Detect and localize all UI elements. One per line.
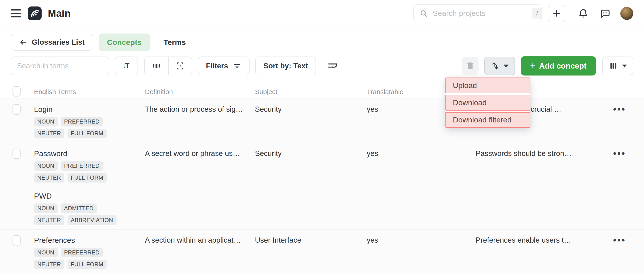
filters-button[interactable]: Filters: [198, 56, 250, 75]
term-badge: NEUTER: [34, 129, 64, 138]
project-search-input[interactable]: [433, 9, 532, 18]
subject-cell: User Interface: [255, 235, 367, 245]
hamburger-menu-icon[interactable]: [11, 9, 21, 17]
definition-cell: The action or process of sig…: [145, 104, 255, 114]
columns-settings-button[interactable]: [602, 56, 633, 75]
create-new-button[interactable]: [548, 5, 565, 22]
term-badge: NOUN: [34, 161, 58, 171]
table-row[interactable]: Preferences NOUNPREFERREDNEUTERFULL FORM…: [0, 230, 644, 274]
menu-item-download[interactable]: Download: [446, 95, 530, 111]
concepts-table-body: Login NOUNPREFERREDNEUTERFULL FORM The a…: [0, 99, 644, 274]
term-badge: NOUN: [34, 248, 58, 257]
definition-cell: A section within an applicat…: [145, 235, 255, 245]
import-export-button[interactable]: [484, 57, 515, 75]
chat-bubble-icon: [599, 8, 610, 19]
delete-selected-button[interactable]: [462, 57, 478, 75]
concepts-toolbar: tT: [0, 56, 644, 75]
chevron-down-icon: [504, 64, 508, 67]
term-text: Password: [34, 149, 145, 158]
definition-cell: A secret word or phrase us…: [145, 149, 255, 158]
term-group: Login NOUNPREFERREDNEUTERFULL FORM: [34, 104, 145, 138]
term-badge: ADMITTED: [61, 204, 97, 213]
whole-word-icon: [152, 61, 162, 71]
plus-icon: +: [530, 61, 536, 71]
match-case-button[interactable]: tT: [115, 56, 138, 75]
bell-icon: [578, 8, 588, 19]
translatable-cell: yes: [367, 235, 476, 245]
add-concept-label: Add concept: [539, 61, 586, 70]
exact-match-icon: [175, 61, 185, 71]
top-bar: Main /: [0, 0, 644, 27]
tab-concepts[interactable]: Concepts: [99, 33, 150, 51]
subject-cell: Security: [255, 104, 367, 114]
table-row[interactable]: Password NOUNPREFERREDNEUTERFULL FORM PW…: [0, 143, 644, 230]
export-menu: Upload Download Download filtered: [446, 77, 530, 128]
term-group: Password NOUNPREFERREDNEUTERFULL FORM: [34, 149, 145, 183]
user-avatar[interactable]: [620, 7, 633, 20]
term-badge: FULL FORM: [68, 173, 107, 183]
row-checkbox[interactable]: [12, 104, 20, 115]
back-button-label: Glossaries List: [32, 38, 85, 46]
term-text: Preferences: [34, 235, 145, 245]
row-actions-button[interactable]: •••: [604, 235, 644, 245]
term-group: Preferences NOUNPREFERREDNEUTERFULL FORM: [34, 235, 145, 269]
term-badges: NOUNADMITTEDNEUTERABBREVIATION: [34, 204, 130, 225]
row-actions-button[interactable]: •••: [604, 149, 644, 158]
note-cell: Passwords should be stron…: [476, 149, 604, 158]
term-badge: NEUTER: [34, 260, 64, 269]
row-checkbox[interactable]: [12, 149, 20, 159]
upload-download-icon: [490, 61, 500, 71]
tab-terms[interactable]: Terms: [164, 38, 186, 47]
row-actions-button[interactable]: •••: [604, 104, 644, 114]
sort-by-label: Sort by: Text: [264, 62, 308, 70]
term-text: Login: [34, 104, 145, 114]
term-group: PWD NOUNADMITTEDNEUTERABBREVIATION: [34, 191, 145, 225]
columns-icon: [609, 61, 618, 71]
table-header-row: English Terms Definition Subject Transla…: [0, 85, 644, 99]
trash-icon: [466, 61, 475, 71]
glossary-nav: Glossaries List Concepts Terms: [0, 33, 644, 51]
terms-search-box: [11, 56, 109, 75]
select-all-checkbox[interactable]: [12, 86, 20, 96]
term-badge: NOUN: [34, 204, 58, 213]
glossary-concepts-page: Main /: [0, 0, 644, 275]
column-header-subject: Subject: [255, 88, 367, 96]
term-badge: FULL FORM: [68, 260, 107, 269]
note-cell: Preferences enable users t…: [476, 235, 604, 245]
term-badge: NEUTER: [34, 215, 64, 225]
project-search-box: /: [414, 4, 542, 22]
row-checkbox[interactable]: [12, 235, 20, 246]
term-badge: PREFERRED: [61, 117, 103, 126]
term-badge: NEUTER: [34, 173, 64, 183]
term-badges: NOUNPREFERREDNEUTERFULL FORM: [34, 161, 130, 183]
menu-item-download-filtered[interactable]: Download filtered: [446, 112, 530, 128]
back-to-glossaries-button[interactable]: Glossaries List: [11, 34, 93, 51]
search-icon: [420, 9, 428, 17]
filters-label: Filters: [206, 62, 228, 70]
chevron-down-icon: [622, 64, 627, 67]
wrap-lines-button[interactable]: [327, 56, 338, 75]
plus-icon: [552, 9, 561, 18]
whole-word-button[interactable]: [145, 57, 168, 75]
term-badge: ABBREVIATION: [68, 215, 116, 225]
term-badges: NOUNPREFERREDNEUTERFULL FORM: [34, 117, 130, 138]
menu-item-upload[interactable]: Upload: [446, 77, 530, 93]
notifications-button[interactable]: [578, 8, 588, 19]
arrow-left-icon: [19, 38, 27, 46]
messages-button[interactable]: [599, 8, 610, 19]
sort-by-button[interactable]: Sort by: Text: [255, 56, 316, 75]
crowdin-logo[interactable]: [28, 6, 42, 20]
filter-icon: [232, 61, 242, 70]
term-badge: PREFERRED: [61, 248, 103, 257]
term-badge: FULL FORM: [68, 129, 107, 138]
match-case-icon-big: T: [125, 62, 130, 70]
subject-cell: Security: [255, 149, 367, 158]
add-concept-button[interactable]: + Add concept: [521, 56, 596, 75]
term-badges: NOUNPREFERREDNEUTERFULL FORM: [34, 248, 130, 269]
table-row[interactable]: Login NOUNPREFERREDNEUTERFULL FORM The a…: [0, 99, 644, 143]
exact-match-button[interactable]: [168, 57, 192, 75]
column-header-english-terms: English Terms: [34, 88, 145, 96]
terms-search-input[interactable]: [17, 62, 103, 70]
search-shortcut-key: /: [532, 8, 542, 18]
term-badge: NOUN: [34, 117, 58, 126]
